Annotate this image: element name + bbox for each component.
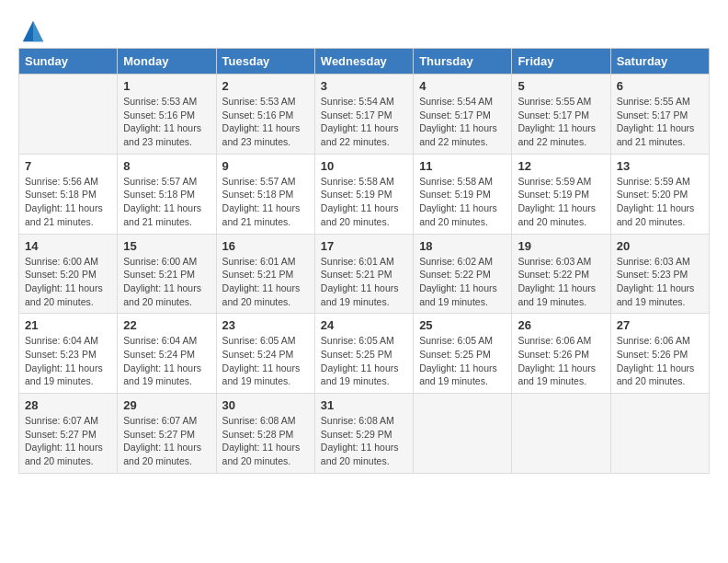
- header-saturday: Saturday: [610, 49, 709, 75]
- header-friday: Friday: [512, 49, 610, 75]
- day-info: Sunrise: 5:58 AM Sunset: 5:19 PM Dayligh…: [419, 175, 506, 229]
- day-number: 3: [321, 79, 407, 93]
- calendar-cell: 29Sunrise: 6:07 AM Sunset: 5:27 PM Dayli…: [118, 394, 216, 474]
- day-info: Sunrise: 6:01 AM Sunset: 5:21 PM Dayligh…: [321, 255, 407, 309]
- logo: [18, 18, 48, 44]
- day-info: Sunrise: 6:01 AM Sunset: 5:21 PM Dayligh…: [222, 255, 309, 309]
- day-number: 8: [123, 159, 210, 173]
- calendar-cell: 12Sunrise: 5:59 AM Sunset: 5:19 PM Dayli…: [512, 154, 610, 234]
- header: [18, 18, 710, 44]
- day-info: Sunrise: 6:07 AM Sunset: 5:27 PM Dayligh…: [25, 414, 111, 468]
- day-info: Sunrise: 5:59 AM Sunset: 5:19 PM Dayligh…: [518, 175, 604, 229]
- day-info: Sunrise: 5:58 AM Sunset: 5:19 PM Dayligh…: [321, 175, 407, 229]
- calendar-cell: 20Sunrise: 6:03 AM Sunset: 5:23 PM Dayli…: [610, 234, 709, 314]
- day-number: 22: [123, 318, 210, 332]
- day-info: Sunrise: 6:03 AM Sunset: 5:22 PM Dayligh…: [518, 255, 604, 309]
- week-row-2: 7Sunrise: 5:56 AM Sunset: 5:18 PM Daylig…: [19, 154, 710, 234]
- calendar-cell: 26Sunrise: 6:06 AM Sunset: 5:26 PM Dayli…: [512, 314, 610, 394]
- day-info: Sunrise: 6:07 AM Sunset: 5:27 PM Dayligh…: [123, 414, 210, 468]
- calendar-cell: 2Sunrise: 5:53 AM Sunset: 5:16 PM Daylig…: [216, 75, 314, 155]
- calendar-cell: 16Sunrise: 6:01 AM Sunset: 5:21 PM Dayli…: [216, 234, 314, 314]
- day-number: 5: [518, 79, 604, 93]
- day-number: 19: [518, 239, 604, 253]
- day-number: 11: [419, 159, 506, 173]
- day-number: 7: [25, 159, 111, 173]
- day-number: 10: [321, 159, 407, 173]
- calendar-cell: 17Sunrise: 6:01 AM Sunset: 5:21 PM Dayli…: [314, 234, 413, 314]
- calendar-cell: 7Sunrise: 5:56 AM Sunset: 5:18 PM Daylig…: [19, 154, 118, 234]
- calendar-cell: [512, 394, 610, 474]
- day-number: 27: [617, 318, 703, 332]
- calendar-cell: 11Sunrise: 5:58 AM Sunset: 5:19 PM Dayli…: [414, 154, 512, 234]
- day-number: 12: [518, 159, 604, 173]
- day-number: 20: [617, 239, 703, 253]
- day-number: 26: [518, 318, 604, 332]
- day-info: Sunrise: 6:05 AM Sunset: 5:24 PM Dayligh…: [222, 334, 309, 388]
- calendar-cell: 14Sunrise: 6:00 AM Sunset: 5:20 PM Dayli…: [19, 234, 118, 314]
- day-number: 2: [222, 79, 309, 93]
- week-row-3: 14Sunrise: 6:00 AM Sunset: 5:20 PM Dayli…: [19, 234, 710, 314]
- logo-icon: [20, 18, 46, 44]
- day-info: Sunrise: 5:55 AM Sunset: 5:17 PM Dayligh…: [518, 95, 604, 149]
- day-info: Sunrise: 5:55 AM Sunset: 5:17 PM Dayligh…: [617, 95, 703, 149]
- day-info: Sunrise: 6:05 AM Sunset: 5:25 PM Dayligh…: [321, 334, 407, 388]
- calendar-cell: 4Sunrise: 5:54 AM Sunset: 5:17 PM Daylig…: [414, 75, 512, 155]
- day-info: Sunrise: 6:08 AM Sunset: 5:28 PM Dayligh…: [222, 414, 309, 468]
- calendar-cell: 1Sunrise: 5:53 AM Sunset: 5:16 PM Daylig…: [118, 75, 216, 155]
- header-monday: Monday: [118, 49, 216, 75]
- week-row-4: 21Sunrise: 6:04 AM Sunset: 5:23 PM Dayli…: [19, 314, 710, 394]
- day-number: 15: [123, 239, 210, 253]
- day-info: Sunrise: 5:53 AM Sunset: 5:16 PM Dayligh…: [222, 95, 309, 149]
- day-info: Sunrise: 5:54 AM Sunset: 5:17 PM Dayligh…: [419, 95, 506, 149]
- day-info: Sunrise: 6:00 AM Sunset: 5:20 PM Dayligh…: [25, 255, 111, 309]
- calendar-cell: 28Sunrise: 6:07 AM Sunset: 5:27 PM Dayli…: [19, 394, 118, 474]
- calendar-cell: 5Sunrise: 5:55 AM Sunset: 5:17 PM Daylig…: [512, 75, 610, 155]
- day-info: Sunrise: 6:03 AM Sunset: 5:23 PM Dayligh…: [617, 255, 703, 309]
- day-number: 18: [419, 239, 506, 253]
- day-info: Sunrise: 5:57 AM Sunset: 5:18 PM Dayligh…: [222, 175, 309, 229]
- calendar-cell: 18Sunrise: 6:02 AM Sunset: 5:22 PM Dayli…: [414, 234, 512, 314]
- day-number: 9: [222, 159, 309, 173]
- day-number: 13: [617, 159, 703, 173]
- calendar-cell: 27Sunrise: 6:06 AM Sunset: 5:26 PM Dayli…: [610, 314, 709, 394]
- calendar-cell: [414, 394, 512, 474]
- calendar-cell: 22Sunrise: 6:04 AM Sunset: 5:24 PM Dayli…: [118, 314, 216, 394]
- calendar-cell: 23Sunrise: 6:05 AM Sunset: 5:24 PM Dayli…: [216, 314, 314, 394]
- calendar-cell: [19, 75, 118, 155]
- day-number: 23: [222, 318, 309, 332]
- day-number: 4: [419, 79, 506, 93]
- calendar-cell: 19Sunrise: 6:03 AM Sunset: 5:22 PM Dayli…: [512, 234, 610, 314]
- calendar-table: SundayMondayTuesdayWednesdayThursdayFrid…: [18, 48, 710, 474]
- day-info: Sunrise: 5:53 AM Sunset: 5:16 PM Dayligh…: [123, 95, 210, 149]
- header-tuesday: Tuesday: [216, 49, 314, 75]
- day-number: 25: [419, 318, 506, 332]
- day-number: 6: [617, 79, 703, 93]
- header-wednesday: Wednesday: [314, 49, 413, 75]
- calendar-cell: [610, 394, 709, 474]
- week-row-1: 1Sunrise: 5:53 AM Sunset: 5:16 PM Daylig…: [19, 75, 710, 155]
- day-info: Sunrise: 6:08 AM Sunset: 5:29 PM Dayligh…: [321, 414, 407, 468]
- day-info: Sunrise: 6:04 AM Sunset: 5:24 PM Dayligh…: [123, 334, 210, 388]
- svg-marker-1: [33, 21, 43, 41]
- calendar-cell: 24Sunrise: 6:05 AM Sunset: 5:25 PM Dayli…: [314, 314, 413, 394]
- day-info: Sunrise: 5:59 AM Sunset: 5:20 PM Dayligh…: [617, 175, 703, 229]
- day-number: 21: [25, 318, 111, 332]
- calendar-cell: 25Sunrise: 6:05 AM Sunset: 5:25 PM Dayli…: [414, 314, 512, 394]
- day-number: 1: [123, 79, 210, 93]
- day-number: 14: [25, 239, 111, 253]
- page-container: SundayMondayTuesdayWednesdayThursdayFrid…: [18, 18, 710, 474]
- day-number: 31: [321, 398, 407, 412]
- calendar-cell: 3Sunrise: 5:54 AM Sunset: 5:17 PM Daylig…: [314, 75, 413, 155]
- day-info: Sunrise: 5:56 AM Sunset: 5:18 PM Dayligh…: [25, 175, 111, 229]
- header-thursday: Thursday: [414, 49, 512, 75]
- calendar-cell: 6Sunrise: 5:55 AM Sunset: 5:17 PM Daylig…: [610, 75, 709, 155]
- day-info: Sunrise: 6:06 AM Sunset: 5:26 PM Dayligh…: [617, 334, 703, 388]
- day-number: 28: [25, 398, 111, 412]
- day-number: 17: [321, 239, 407, 253]
- calendar-cell: 8Sunrise: 5:57 AM Sunset: 5:18 PM Daylig…: [118, 154, 216, 234]
- day-info: Sunrise: 6:05 AM Sunset: 5:25 PM Dayligh…: [419, 334, 506, 388]
- calendar-cell: 30Sunrise: 6:08 AM Sunset: 5:28 PM Dayli…: [216, 394, 314, 474]
- day-info: Sunrise: 6:06 AM Sunset: 5:26 PM Dayligh…: [518, 334, 604, 388]
- calendar-cell: 9Sunrise: 5:57 AM Sunset: 5:18 PM Daylig…: [216, 154, 314, 234]
- day-number: 16: [222, 239, 309, 253]
